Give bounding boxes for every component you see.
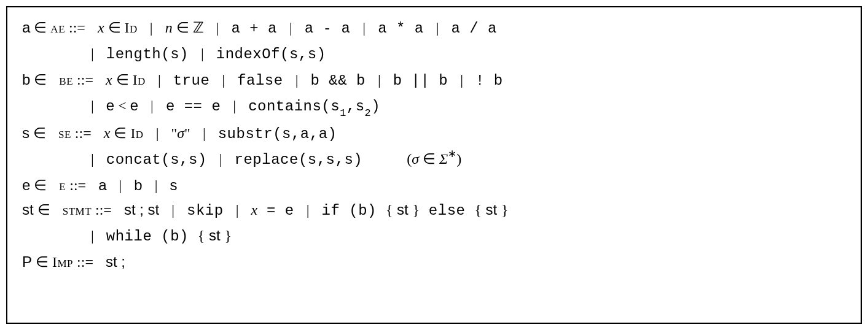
- var-x: x: [98, 20, 104, 36]
- lhs-var: a: [22, 19, 30, 36]
- alt-and: b && b: [310, 72, 365, 89]
- alt-pipe: |: [201, 42, 204, 65]
- alt-assign: x = e: [251, 202, 294, 218]
- alt-while: while (b) { st }: [106, 228, 232, 244]
- alt-minus: a - a: [305, 20, 351, 37]
- lhs-var: st: [22, 201, 34, 218]
- alt-not: ! b: [475, 72, 503, 89]
- alt-pipe: |: [158, 68, 161, 91]
- grammar-rule-imp: P ∈ Imp ::= st ;: [22, 250, 846, 274]
- alt-or: b || b: [393, 72, 448, 89]
- alt-pipe: |: [307, 198, 310, 221]
- alt-pipe: |: [289, 16, 292, 39]
- nonterminal-imp: Imp: [52, 254, 73, 270]
- in-symbol: ∈: [36, 254, 49, 270]
- lhs-var: s: [22, 125, 29, 141]
- grammar-rule-stmt: st ∈ stmt ::= st ; st | skip | x = e | i…: [22, 198, 846, 223]
- alt-concat: concat(s,s): [106, 152, 207, 168]
- alt-pipe: |: [155, 174, 158, 197]
- alt-false: false: [237, 72, 283, 89]
- alt-pipe: |: [203, 121, 206, 145]
- alt-eq: e == e: [166, 98, 221, 115]
- def-symbol: ::=: [77, 72, 93, 88]
- grammar-rule-se: s ∈ se ::= x ∈ Id | "σ" | substr(s,a,a): [22, 121, 846, 146]
- var-n: n: [165, 20, 173, 36]
- def-symbol: ::=: [75, 125, 92, 141]
- lt-r: e: [130, 97, 138, 113]
- alt-seq: st ; st: [124, 201, 159, 218]
- grammar-rule-stmt-cont: | while (b) { st }: [22, 224, 846, 248]
- in-symbol: ∈: [33, 125, 46, 141]
- lhs-var: P: [22, 253, 32, 270]
- lhs-var: b: [22, 71, 30, 88]
- nonterminal-id: Id: [133, 72, 146, 88]
- alt-a: a: [98, 177, 106, 193]
- alt-true: true: [173, 72, 210, 89]
- def-symbol: ::=: [69, 177, 86, 193]
- in-symbol: ∈: [34, 177, 47, 193]
- nonterminal-id: Id: [125, 20, 138, 36]
- alt-plus: a + a: [231, 20, 277, 37]
- grammar-definition-box: a ∈ ae ::= x ∈ Id | n ∈ ℤ | a + a | a - …: [6, 6, 862, 324]
- alt-s: s: [170, 177, 177, 193]
- lhs-var: e: [22, 177, 30, 193]
- alt-pipe: |: [295, 68, 299, 91]
- alt-b: b: [134, 177, 142, 193]
- in-symbol: ∈: [176, 20, 189, 36]
- var-x: x: [106, 72, 112, 88]
- alt-pipe: |: [436, 16, 439, 39]
- alt-indexof: indexOf(s,s): [216, 46, 326, 63]
- alt-pipe: |: [219, 147, 222, 171]
- grammar-rule-se-cont: | concat(s,s) | replace(s,s,s) (σ ∈ Σ∗): [22, 147, 846, 172]
- nonterminal-se: se: [58, 125, 71, 141]
- alt-replace: replace(s,s,s): [235, 152, 363, 168]
- alt-pipe: |: [150, 16, 153, 39]
- nonterminal-id: Id: [130, 125, 143, 141]
- rhs-imp: st ;: [106, 253, 125, 270]
- alt-pipe: |: [460, 68, 463, 91]
- alt-pipe: |: [236, 198, 239, 221]
- side-condition: (σ ∈ Σ∗): [407, 151, 461, 167]
- alt-pipe: |: [378, 68, 381, 91]
- grammar-rule-ae-cont: | length(s) | indexOf(s,s): [22, 42, 846, 66]
- alt-times: a * a: [378, 20, 424, 37]
- def-symbol: ::=: [69, 20, 85, 36]
- grammar-rule-e: e ∈ e ::= a | b | s: [22, 174, 846, 197]
- alt-pipe: |: [91, 42, 94, 65]
- alt-pipe: |: [151, 94, 154, 117]
- alt-skip: skip: [187, 202, 224, 219]
- alt-pipe: |: [216, 16, 219, 39]
- in-symbol: ∈: [34, 72, 47, 88]
- nonterminal-stmt: stmt: [63, 202, 92, 218]
- alt-string-literal: "σ": [171, 125, 190, 141]
- alt-if: if (b) { st } else { st }: [322, 202, 509, 218]
- lt-l: e: [106, 97, 114, 113]
- grammar-rule-be: b ∈ be ::= x ∈ Id | true | false | b && …: [22, 68, 846, 93]
- alt-pipe: |: [156, 121, 159, 145]
- in-symbol: ∈: [34, 20, 47, 36]
- in-symbol: ∈: [108, 20, 121, 36]
- nonterminal-ae: ae: [50, 20, 65, 36]
- in-symbol: ∈: [37, 202, 50, 218]
- alt-pipe: |: [171, 198, 174, 221]
- grammar-rule-be-cont: | e < e | e == e | contains(s1,s2): [22, 94, 846, 120]
- alt-length: length(s): [106, 46, 189, 63]
- lt-op: <: [118, 98, 127, 113]
- set-z: ℤ: [193, 20, 204, 36]
- alt-pipe: |: [233, 94, 236, 117]
- nonterminal-e: e: [59, 177, 66, 193]
- alt-pipe: |: [91, 224, 94, 247]
- def-symbol: ::=: [95, 202, 112, 218]
- alt-pipe: |: [222, 68, 225, 91]
- in-symbol: ∈: [114, 125, 127, 141]
- grammar-rule-ae: a ∈ ae ::= x ∈ Id | n ∈ ℤ | a + a | a - …: [22, 16, 846, 40]
- alt-pipe: |: [362, 16, 366, 39]
- alt-substr: substr(s,a,a): [218, 126, 337, 142]
- var-x: x: [104, 125, 111, 141]
- alt-contains: contains(s1,s2): [248, 98, 380, 115]
- nonterminal-be: be: [59, 72, 73, 88]
- alt-div: a / a: [451, 20, 497, 37]
- def-symbol: ::=: [77, 254, 93, 270]
- alt-pipe: |: [91, 94, 94, 117]
- alt-pipe: |: [91, 147, 94, 171]
